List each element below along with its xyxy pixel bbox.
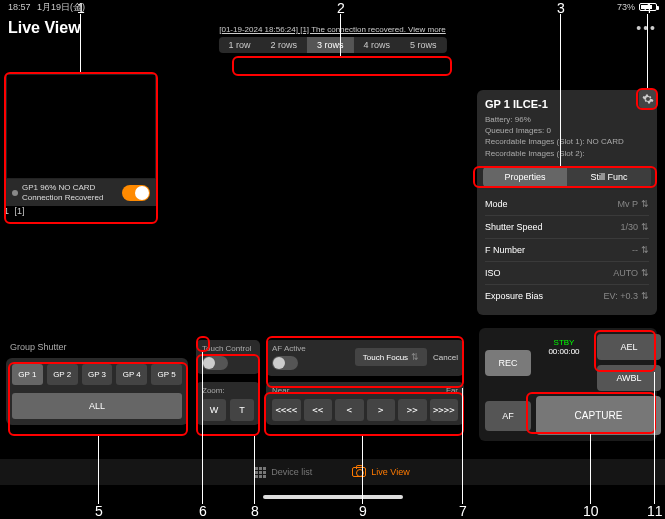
gear-icon: [642, 93, 654, 105]
preview-idx-sub: [1]: [15, 206, 25, 216]
settings-gear-button[interactable]: [639, 90, 657, 108]
cancel-button[interactable]: Cancel: [433, 353, 458, 362]
dev-rec1-lbl: Recordable Images (Slot 1):: [485, 137, 585, 146]
footer-nav: Device list Live View: [0, 459, 665, 485]
page-title: Live View: [8, 19, 81, 37]
tab-still-func[interactable]: Still Func: [567, 167, 651, 187]
callout-num-5: 5: [95, 503, 103, 519]
dev-batt-lbl: Battery:: [485, 115, 513, 124]
status-dot-icon: [12, 190, 18, 196]
focus-near4-button[interactable]: <<<<: [272, 399, 301, 421]
preview-card: GP1 96% NO CARD Connection Recovered: [6, 74, 156, 206]
more-menu-icon[interactable]: •••: [636, 20, 657, 36]
rows-tab-4[interactable]: 4 rows: [354, 37, 401, 53]
stby-indicator: STBY 00:00:00: [536, 338, 592, 356]
touch-control-cell: Touch Control: [196, 340, 260, 374]
callout-num-7: 7: [459, 503, 467, 519]
tab-properties[interactable]: Properties: [483, 167, 567, 187]
preview-thumbnail[interactable]: [6, 74, 156, 179]
gp2-button[interactable]: GP 2: [47, 364, 78, 385]
prop-val: Mv P: [617, 199, 638, 209]
zoom-tele-button[interactable]: T: [230, 399, 254, 421]
group-buttons-row: GP 1 GP 2 GP 3 GP 4 GP 5: [12, 364, 182, 385]
prop-row-fnumber[interactable]: F Number--⇅: [485, 238, 649, 261]
device-tabs: Properties Still Func: [483, 167, 651, 187]
focus-near-label: Near: [272, 386, 289, 395]
touch-control-toggle[interactable]: [202, 356, 228, 370]
af-active-toggle[interactable]: [272, 356, 298, 370]
focus-far1-button[interactable]: >: [367, 399, 396, 421]
device-name: GP 1 ILCE-1: [485, 98, 548, 110]
prop-val: --: [632, 245, 638, 255]
status-right: 73%: [617, 2, 657, 12]
gp3-button[interactable]: GP 3: [82, 364, 113, 385]
rec-button[interactable]: REC: [485, 350, 531, 376]
dev-queued-val: 0: [546, 126, 550, 135]
focus-far2-button[interactable]: >>: [398, 399, 427, 421]
chevron-icon: ⇅: [641, 245, 649, 255]
zoom-label: Zoom:: [202, 386, 254, 395]
all-button[interactable]: ALL: [12, 393, 182, 419]
status-battery-pct: 73%: [617, 2, 635, 12]
chevron-icon: ⇅: [641, 291, 649, 301]
prop-row-shutter[interactable]: Shutter Speed1/30⇅: [485, 215, 649, 238]
dev-queued-lbl: Queued Images:: [485, 126, 544, 135]
home-indicator[interactable]: [263, 495, 403, 499]
touch-focus-chip[interactable]: Touch Focus⇅: [355, 348, 427, 366]
right-controls: STBY 00:00:00 AEL REC AWBL AF CAPTURE: [479, 328, 657, 441]
focus-box: Near Far <<<< << < > >> >>>>: [266, 382, 464, 425]
focus-far4-button[interactable]: >>>>: [430, 399, 459, 421]
device-info: Battery: 96% Queued Images: 0 Recordable…: [485, 114, 649, 159]
prop-lbl: F Number: [485, 245, 525, 255]
prop-lbl: ISO: [485, 268, 501, 278]
prop-lbl: Exposure Bias: [485, 291, 543, 301]
zoom-box: Zoom: W T: [196, 382, 260, 425]
rows-tab-1[interactable]: 1 row: [218, 37, 260, 53]
notification-banner[interactable]: [01-19-2024 18:56:24] [1] The connection…: [218, 25, 446, 34]
preview-line1: GP1 96% NO CARD: [22, 183, 103, 193]
prop-row-mode[interactable]: ModeMv P⇅: [485, 193, 649, 215]
prop-val: 1/30: [620, 222, 638, 232]
gp5-button[interactable]: GP 5: [151, 364, 182, 385]
capture-button[interactable]: CAPTURE: [536, 396, 661, 435]
status-bar: 18:57 1月19日(金) 73%: [0, 0, 665, 14]
rows-tab-2[interactable]: 2 rows: [260, 37, 307, 53]
focus-near1-button[interactable]: <: [335, 399, 364, 421]
prop-row-iso[interactable]: ISOAUTO⇅: [485, 261, 649, 284]
property-rows: ModeMv P⇅ Shutter Speed1/30⇅ F Number--⇅…: [485, 193, 649, 307]
gp4-button[interactable]: GP 4: [116, 364, 147, 385]
status-date: 1月19日(金): [37, 2, 85, 12]
grid-icon: [255, 467, 266, 478]
prop-val: AUTO: [613, 268, 638, 278]
zoom-wide-button[interactable]: W: [202, 399, 226, 421]
group-shutter-panel: Group Shutter GP 1 GP 2 GP 3 GP 4 GP 5 A…: [6, 340, 188, 425]
awbl-button[interactable]: AWBL: [597, 365, 661, 391]
preview-line2: Connection Recovered: [22, 193, 103, 203]
focus-far-label: Far: [446, 386, 458, 395]
top-center: [01-19-2024 18:56:24] [1] The connection…: [218, 25, 446, 53]
chevron-icon: ⇅: [411, 352, 419, 362]
af-button[interactable]: AF: [485, 401, 531, 431]
nav-live-view[interactable]: Live View: [352, 467, 409, 477]
ael-button[interactable]: AEL: [597, 334, 661, 360]
prop-row-expbias[interactable]: Exposure BiasEV: +0.3⇅: [485, 284, 649, 307]
callout-num-11: 11: [647, 503, 663, 519]
af-cell: AF Active Touch Focus⇅ Cancel: [266, 340, 464, 376]
stby-label: STBY: [536, 338, 592, 347]
group-shutter-title: Group Shutter: [6, 340, 188, 354]
middle-controls: Touch Control AF Active Touch Focus⇅ Can…: [196, 340, 464, 425]
gp1-button[interactable]: GP 1: [12, 364, 43, 385]
dev-rec2-lbl: Recordable Images (Slot 2):: [485, 149, 585, 158]
status-time: 18:57: [8, 2, 31, 12]
nav-device-list[interactable]: Device list: [255, 467, 312, 478]
preview-toggle[interactable]: [122, 185, 150, 201]
rows-tab-5[interactable]: 5 rows: [400, 37, 447, 53]
preview-meta: GP1 96% NO CARD Connection Recovered: [6, 179, 156, 206]
battery-icon: [639, 3, 657, 11]
af-active-label: AF Active: [272, 344, 306, 353]
chevron-icon: ⇅: [641, 199, 649, 209]
rows-tab-3[interactable]: 3 rows: [307, 37, 354, 53]
callout-num-10: 10: [583, 503, 599, 519]
camera-icon: [352, 467, 366, 477]
focus-near2-button[interactable]: <<: [304, 399, 333, 421]
